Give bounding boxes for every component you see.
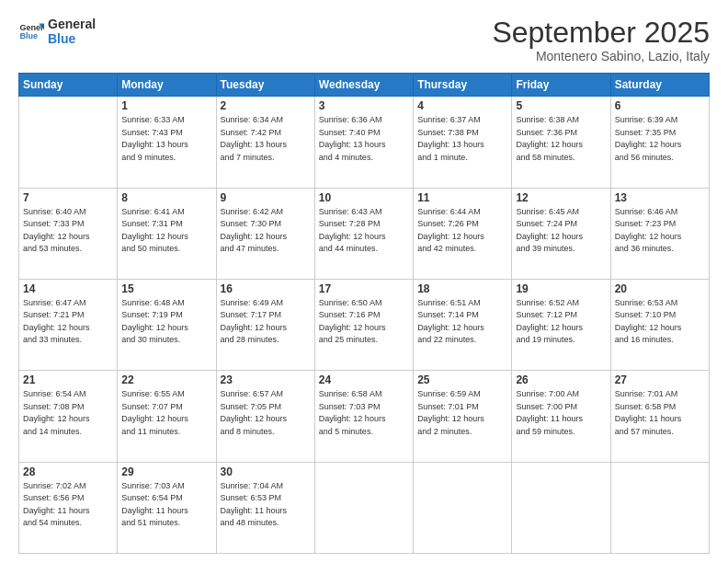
month-title: September 2025 bbox=[492, 17, 710, 49]
day-number: 18 bbox=[417, 282, 507, 295]
day-info: Sunrise: 7:01 AM Sunset: 6:58 PM Dayligh… bbox=[615, 388, 705, 438]
day-info: Sunrise: 6:47 AM Sunset: 7:21 PM Dayligh… bbox=[23, 297, 113, 347]
day-info: Sunrise: 6:42 AM Sunset: 7:30 PM Dayligh… bbox=[221, 206, 311, 256]
day-number: 3 bbox=[319, 99, 409, 112]
week-row-3: 14Sunrise: 6:47 AM Sunset: 7:21 PM Dayli… bbox=[19, 279, 710, 370]
day-info: Sunrise: 7:00 AM Sunset: 7:00 PM Dayligh… bbox=[516, 388, 606, 438]
title-block: September 2025 Montenero Sabino, Lazio, … bbox=[492, 17, 710, 63]
day-number: 15 bbox=[121, 282, 211, 295]
page-header: General Blue General Blue September 2025… bbox=[18, 17, 710, 63]
calendar-cell: 4Sunrise: 6:37 AM Sunset: 7:38 PM Daylig… bbox=[414, 97, 512, 188]
day-info: Sunrise: 7:03 AM Sunset: 6:54 PM Dayligh… bbox=[121, 480, 211, 530]
day-info: Sunrise: 6:40 AM Sunset: 7:33 PM Dayligh… bbox=[23, 206, 113, 256]
logo-icon: General Blue bbox=[18, 18, 44, 44]
calendar-cell bbox=[414, 462, 512, 553]
week-row-1: 1Sunrise: 6:33 AM Sunset: 7:43 PM Daylig… bbox=[19, 97, 710, 188]
day-info: Sunrise: 6:37 AM Sunset: 7:38 PM Dayligh… bbox=[417, 114, 507, 164]
logo-line2: Blue bbox=[48, 31, 96, 46]
day-number: 14 bbox=[23, 282, 113, 295]
day-number: 7 bbox=[23, 191, 113, 204]
calendar-cell: 16Sunrise: 6:49 AM Sunset: 7:17 PM Dayli… bbox=[216, 279, 314, 370]
header-tuesday: Tuesday bbox=[216, 74, 314, 97]
day-info: Sunrise: 6:49 AM Sunset: 7:17 PM Dayligh… bbox=[221, 297, 311, 347]
day-number: 27 bbox=[615, 373, 705, 386]
header-saturday: Saturday bbox=[610, 74, 709, 97]
day-number: 2 bbox=[221, 99, 311, 112]
day-info: Sunrise: 6:39 AM Sunset: 7:35 PM Dayligh… bbox=[615, 114, 705, 164]
day-info: Sunrise: 7:02 AM Sunset: 6:56 PM Dayligh… bbox=[23, 480, 113, 530]
calendar-cell: 15Sunrise: 6:48 AM Sunset: 7:19 PM Dayli… bbox=[118, 279, 216, 370]
day-number: 25 bbox=[417, 373, 507, 386]
day-number: 30 bbox=[221, 465, 311, 478]
day-info: Sunrise: 6:54 AM Sunset: 7:08 PM Dayligh… bbox=[23, 388, 113, 438]
calendar-cell: 24Sunrise: 6:58 AM Sunset: 7:03 PM Dayli… bbox=[314, 371, 413, 462]
calendar-cell: 6Sunrise: 6:39 AM Sunset: 7:35 PM Daylig… bbox=[610, 97, 709, 188]
day-info: Sunrise: 6:51 AM Sunset: 7:14 PM Dayligh… bbox=[417, 297, 507, 347]
day-info: Sunrise: 6:53 AM Sunset: 7:10 PM Dayligh… bbox=[615, 297, 705, 347]
calendar-cell: 13Sunrise: 6:46 AM Sunset: 7:23 PM Dayli… bbox=[610, 188, 709, 279]
calendar-cell: 23Sunrise: 6:57 AM Sunset: 7:05 PM Dayli… bbox=[216, 371, 314, 462]
day-info: Sunrise: 6:50 AM Sunset: 7:16 PM Dayligh… bbox=[319, 297, 409, 347]
calendar-cell: 27Sunrise: 7:01 AM Sunset: 6:58 PM Dayli… bbox=[610, 371, 709, 462]
calendar-cell bbox=[314, 462, 413, 553]
day-number: 13 bbox=[615, 191, 705, 204]
day-number: 22 bbox=[121, 373, 211, 386]
calendar-cell: 8Sunrise: 6:41 AM Sunset: 7:31 PM Daylig… bbox=[118, 188, 216, 279]
day-number: 8 bbox=[121, 191, 211, 204]
day-info: Sunrise: 6:43 AM Sunset: 7:28 PM Dayligh… bbox=[319, 206, 409, 256]
calendar-cell bbox=[610, 462, 709, 553]
day-info: Sunrise: 6:38 AM Sunset: 7:36 PM Dayligh… bbox=[516, 114, 606, 164]
calendar-cell: 25Sunrise: 6:59 AM Sunset: 7:01 PM Dayli… bbox=[414, 371, 512, 462]
calendar-cell: 21Sunrise: 6:54 AM Sunset: 7:08 PM Dayli… bbox=[19, 371, 118, 462]
header-friday: Friday bbox=[512, 74, 610, 97]
logo-line1: General bbox=[48, 17, 96, 31]
calendar-cell: 5Sunrise: 6:38 AM Sunset: 7:36 PM Daylig… bbox=[512, 97, 610, 188]
day-number: 5 bbox=[516, 99, 606, 112]
calendar-cell: 2Sunrise: 6:34 AM Sunset: 7:42 PM Daylig… bbox=[216, 97, 314, 188]
day-number: 17 bbox=[319, 282, 409, 295]
header-thursday: Thursday bbox=[414, 74, 512, 97]
calendar-cell: 28Sunrise: 7:02 AM Sunset: 6:56 PM Dayli… bbox=[19, 462, 118, 553]
day-number: 29 bbox=[121, 465, 211, 478]
day-info: Sunrise: 6:48 AM Sunset: 7:19 PM Dayligh… bbox=[121, 297, 211, 347]
day-number: 16 bbox=[221, 282, 311, 295]
day-number: 12 bbox=[516, 191, 606, 204]
day-info: Sunrise: 6:57 AM Sunset: 7:05 PM Dayligh… bbox=[221, 388, 311, 438]
calendar-cell: 9Sunrise: 6:42 AM Sunset: 7:30 PM Daylig… bbox=[216, 188, 314, 279]
day-info: Sunrise: 6:55 AM Sunset: 7:07 PM Dayligh… bbox=[121, 388, 211, 438]
day-info: Sunrise: 6:44 AM Sunset: 7:26 PM Dayligh… bbox=[417, 206, 507, 256]
day-info: Sunrise: 6:41 AM Sunset: 7:31 PM Dayligh… bbox=[121, 206, 211, 256]
day-number: 20 bbox=[615, 282, 705, 295]
logo: General Blue General Blue bbox=[18, 17, 96, 46]
day-number: 6 bbox=[615, 99, 705, 112]
day-number: 4 bbox=[417, 99, 507, 112]
header-monday: Monday bbox=[118, 74, 216, 97]
day-info: Sunrise: 6:36 AM Sunset: 7:40 PM Dayligh… bbox=[319, 114, 409, 164]
calendar-cell: 7Sunrise: 6:40 AM Sunset: 7:33 PM Daylig… bbox=[19, 188, 118, 279]
week-row-5: 28Sunrise: 7:02 AM Sunset: 6:56 PM Dayli… bbox=[19, 462, 710, 553]
calendar-table: SundayMondayTuesdayWednesdayThursdayFrid… bbox=[18, 73, 710, 554]
calendar-cell bbox=[19, 97, 118, 188]
calendar-cell: 11Sunrise: 6:44 AM Sunset: 7:26 PM Dayli… bbox=[414, 188, 512, 279]
calendar-cell: 18Sunrise: 6:51 AM Sunset: 7:14 PM Dayli… bbox=[414, 279, 512, 370]
day-info: Sunrise: 6:52 AM Sunset: 7:12 PM Dayligh… bbox=[516, 297, 606, 347]
day-number: 9 bbox=[221, 191, 311, 204]
calendar-cell: 17Sunrise: 6:50 AM Sunset: 7:16 PM Dayli… bbox=[314, 279, 413, 370]
calendar-cell bbox=[512, 462, 610, 553]
day-info: Sunrise: 6:45 AM Sunset: 7:24 PM Dayligh… bbox=[516, 206, 606, 256]
day-number: 26 bbox=[516, 373, 606, 386]
day-info: Sunrise: 6:33 AM Sunset: 7:43 PM Dayligh… bbox=[121, 114, 211, 164]
day-number: 11 bbox=[417, 191, 507, 204]
week-row-2: 7Sunrise: 6:40 AM Sunset: 7:33 PM Daylig… bbox=[19, 188, 710, 279]
calendar-cell: 29Sunrise: 7:03 AM Sunset: 6:54 PM Dayli… bbox=[118, 462, 216, 553]
calendar-cell: 22Sunrise: 6:55 AM Sunset: 7:07 PM Dayli… bbox=[118, 371, 216, 462]
day-info: Sunrise: 6:58 AM Sunset: 7:03 PM Dayligh… bbox=[319, 388, 409, 438]
location: Montenero Sabino, Lazio, Italy bbox=[492, 49, 710, 63]
day-number: 21 bbox=[23, 373, 113, 386]
calendar-cell: 14Sunrise: 6:47 AM Sunset: 7:21 PM Dayli… bbox=[19, 279, 118, 370]
day-number: 10 bbox=[319, 191, 409, 204]
header-wednesday: Wednesday bbox=[314, 74, 413, 97]
day-number: 19 bbox=[516, 282, 606, 295]
svg-text:Blue: Blue bbox=[19, 31, 38, 40]
day-info: Sunrise: 6:46 AM Sunset: 7:23 PM Dayligh… bbox=[615, 206, 705, 256]
